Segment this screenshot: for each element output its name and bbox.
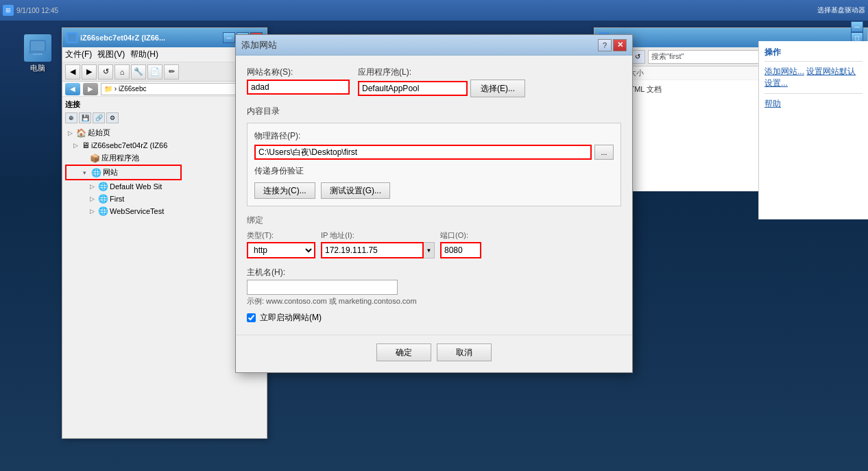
site-name-row: 网站名称(S): 应用程序池(L): 选择(E)... [247,67,621,97]
dialog-body: 网站名称(S): 应用程序池(L): 选择(E)... 内容目录 物理路径(P)… [236,56,632,335]
port-group: 端口(O): [440,230,481,258]
browse-btn[interactable]: ... [594,145,614,160]
test-settings-btn[interactable]: 测试设置(G)... [321,182,390,199]
hostname-label: 主机名(H): [247,267,621,278]
hostname-section: 主机名(H): 示例: www.contoso.com 或 marketing.… [247,267,621,306]
dialog-titlebar-controls: ? ✕ [598,39,627,51]
start-checkbox[interactable] [247,313,256,322]
connect-as-btn[interactable]: 连接为(C)... [254,182,315,199]
start-checkbox-row: 立即启动网站(M) [247,312,621,324]
port-label: 端口(O): [440,230,481,241]
auth-buttons: 连接为(C)... 测试设置(G)... [254,182,614,199]
dialog-help-btn[interactable]: ? [598,39,612,51]
site-name-input[interactable] [247,80,350,95]
ip-input[interactable] [321,242,424,258]
port-input[interactable] [440,242,481,258]
dialog-overlay: 添加网站 ? ✕ 网站名称(S): 应用程序池(L): [0,0,868,471]
desktop: ⊞ 9/1/100 12:45 选择基盘驱动器 电脑 回收站 [0,0,868,471]
ok-btn[interactable]: 确定 [376,343,431,361]
physical-path-input[interactable] [254,145,592,160]
content-dir-box: 物理路径(P): ... 传递身份验证 连接为(C)... 测试设置(G)... [247,123,621,206]
site-name-col: 网站名称(S): [247,67,350,95]
binding-label: 绑定 [247,215,621,226]
add-website-dialog: 添加网站 ? ✕ 网站名称(S): 应用程序池(L): [235,34,633,373]
start-checkbox-label: 立即启动网站(M) [260,312,322,324]
binding-row: 类型(T): http IP 地址(I): ▼ [247,230,621,258]
physical-path-label: 物理路径(P): [254,130,614,142]
ip-label: IP 地址(I): [321,230,435,241]
app-pool-row: 选择(E)... [358,80,621,97]
type-group: 类型(T): http [247,230,315,258]
cancel-btn[interactable]: 取消 [437,343,492,361]
ip-group: IP 地址(I): ▼ [321,230,435,258]
hostname-example: 示例: www.contoso.com 或 marketing.contoso.… [247,296,621,306]
app-pool-input[interactable] [358,81,468,96]
app-pool-col: 应用程序池(L): 选择(E)... [358,67,621,97]
dialog-titlebar: 添加网站 ? ✕ [236,35,632,56]
binding-section: 绑定 类型(T): http IP 地址(I): [247,215,621,258]
pass-auth-label: 传递身份验证 [254,165,614,177]
ip-row: ▼ [321,242,435,258]
type-select[interactable]: http [247,242,315,258]
dialog-footer: 确定 取消 [236,335,632,372]
site-name-label: 网站名称(S): [247,67,350,78]
dialog-title: 添加网站 [241,39,277,51]
app-pool-label: 应用程序池(L): [358,67,621,78]
ip-dropdown-btn[interactable]: ▼ [424,242,435,258]
type-label: 类型(T): [247,230,315,241]
hostname-input[interactable] [247,280,398,295]
pass-auth-section: 传递身份验证 连接为(C)... 测试设置(G)... [254,165,614,199]
select-pool-btn[interactable]: 选择(E)... [470,80,525,97]
content-dir-title: 内容目录 [247,106,621,117]
path-row: ... [254,145,614,160]
dialog-close-btn[interactable]: ✕ [613,39,627,51]
